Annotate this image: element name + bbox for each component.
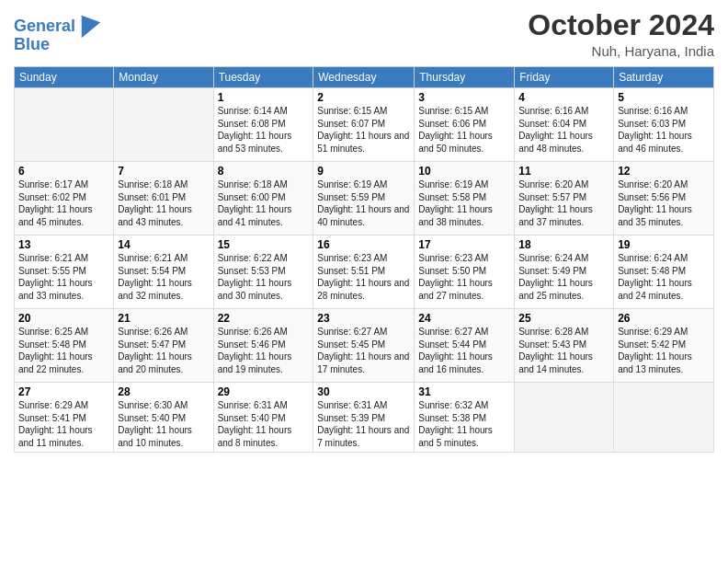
day-info: Sunrise: 6:20 AM Sunset: 5:57 PM Dayligh… [518,178,609,228]
day-info: Sunrise: 6:15 AM Sunset: 6:06 PM Dayligh… [418,105,510,155]
day-info: Sunrise: 6:15 AM Sunset: 6:07 PM Dayligh… [317,105,410,155]
table-row: 31Sunrise: 6:32 AM Sunset: 5:38 PM Dayli… [415,383,515,453]
day-number: 10 [418,165,510,178]
day-number: 16 [317,238,410,251]
table-row: 28Sunrise: 6:30 AM Sunset: 5:40 PM Dayli… [114,383,213,453]
table-row: 6Sunrise: 6:17 AM Sunset: 6:02 PM Daylig… [15,162,114,236]
day-info: Sunrise: 6:22 AM Sunset: 5:53 PM Dayligh… [218,252,310,302]
day-info: Sunrise: 6:25 AM Sunset: 5:48 PM Dayligh… [18,326,109,375]
table-row: 10Sunrise: 6:19 AM Sunset: 5:58 PM Dayli… [415,162,515,236]
table-row: 11Sunrise: 6:20 AM Sunset: 5:57 PM Dayli… [515,162,614,236]
day-number: 19 [618,238,710,251]
table-row: 17Sunrise: 6:23 AM Sunset: 5:50 PM Dayli… [415,236,515,309]
day-number: 28 [118,385,209,398]
col-tuesday: Tuesday [213,67,313,88]
calendar-week-row: 6Sunrise: 6:17 AM Sunset: 6:02 PM Daylig… [15,162,714,236]
logo-icon [78,14,104,40]
day-info: Sunrise: 6:29 AM Sunset: 5:42 PM Dayligh… [618,326,710,375]
table-row [15,88,114,162]
day-info: Sunrise: 6:26 AM Sunset: 5:46 PM Dayligh… [218,326,310,375]
day-info: Sunrise: 6:19 AM Sunset: 5:58 PM Dayligh… [418,178,510,228]
day-number: 23 [317,312,410,325]
col-monday: Monday [114,67,213,88]
day-info: Sunrise: 6:21 AM Sunset: 5:54 PM Dayligh… [118,252,209,302]
day-number: 21 [118,312,209,325]
day-info: Sunrise: 6:18 AM Sunset: 6:00 PM Dayligh… [218,178,310,228]
day-number: 8 [218,165,310,178]
table-row: 29Sunrise: 6:31 AM Sunset: 5:40 PM Dayli… [213,383,313,453]
day-number: 9 [317,165,410,178]
day-info: Sunrise: 6:27 AM Sunset: 5:44 PM Dayligh… [418,326,510,375]
table-row: 4Sunrise: 6:16 AM Sunset: 6:04 PM Daylig… [515,88,614,162]
day-info: Sunrise: 6:30 AM Sunset: 5:40 PM Dayligh… [118,399,209,449]
table-row: 3Sunrise: 6:15 AM Sunset: 6:06 PM Daylig… [415,88,515,162]
day-info: Sunrise: 6:31 AM Sunset: 5:39 PM Dayligh… [317,399,410,449]
table-row: 16Sunrise: 6:23 AM Sunset: 5:51 PM Dayli… [313,236,415,309]
day-number: 3 [418,91,510,104]
day-number: 12 [618,165,710,178]
day-info: Sunrise: 6:16 AM Sunset: 6:04 PM Dayligh… [518,105,609,155]
table-row: 23Sunrise: 6:27 AM Sunset: 5:45 PM Dayli… [313,309,415,383]
day-info: Sunrise: 6:16 AM Sunset: 6:03 PM Dayligh… [618,105,710,155]
table-row: 13Sunrise: 6:21 AM Sunset: 5:55 PM Dayli… [15,236,114,309]
table-row: 15Sunrise: 6:22 AM Sunset: 5:53 PM Dayli… [213,236,313,309]
table-row: 18Sunrise: 6:24 AM Sunset: 5:49 PM Dayli… [515,236,614,309]
calendar-week-row: 1Sunrise: 6:14 AM Sunset: 6:08 PM Daylig… [15,88,714,162]
day-info: Sunrise: 6:23 AM Sunset: 5:51 PM Dayligh… [317,252,410,302]
day-number: 27 [18,385,109,398]
day-number: 22 [218,312,310,325]
day-number: 18 [518,238,609,251]
table-row [515,383,614,453]
day-number: 30 [317,385,410,398]
day-info: Sunrise: 6:21 AM Sunset: 5:55 PM Dayligh… [18,252,109,302]
table-row: 25Sunrise: 6:28 AM Sunset: 5:43 PM Dayli… [515,309,614,383]
table-row: 7Sunrise: 6:18 AM Sunset: 6:01 PM Daylig… [114,162,213,236]
table-row: 8Sunrise: 6:18 AM Sunset: 6:00 PM Daylig… [213,162,313,236]
day-number: 14 [118,238,209,251]
table-row: 1Sunrise: 6:14 AM Sunset: 6:08 PM Daylig… [213,88,313,162]
title-block: October 2024 Nuh, Haryana, India [528,9,714,59]
table-row [114,88,213,162]
day-number: 6 [18,165,109,178]
table-row: 26Sunrise: 6:29 AM Sunset: 5:42 PM Dayli… [614,309,714,383]
col-friday: Friday [515,67,614,88]
calendar-header-row: Sunday Monday Tuesday Wednesday Thursday… [15,67,714,88]
calendar-table: Sunday Monday Tuesday Wednesday Thursday… [14,66,714,453]
day-number: 31 [418,385,510,398]
table-row: 22Sunrise: 6:26 AM Sunset: 5:46 PM Dayli… [213,309,313,383]
day-number: 17 [418,238,510,251]
logo: General Blue [14,14,104,54]
day-info: Sunrise: 6:24 AM Sunset: 5:49 PM Dayligh… [518,252,609,302]
table-row: 24Sunrise: 6:27 AM Sunset: 5:44 PM Dayli… [415,309,515,383]
col-thursday: Thursday [415,67,515,88]
calendar-week-row: 13Sunrise: 6:21 AM Sunset: 5:55 PM Dayli… [15,236,714,309]
day-number: 13 [18,238,109,251]
day-info: Sunrise: 6:24 AM Sunset: 5:48 PM Dayligh… [618,252,710,302]
day-number: 24 [418,312,510,325]
day-number: 25 [518,312,609,325]
day-number: 1 [218,91,310,104]
day-number: 29 [218,385,310,398]
table-row: 21Sunrise: 6:26 AM Sunset: 5:47 PM Dayli… [114,309,213,383]
day-info: Sunrise: 6:18 AM Sunset: 6:01 PM Dayligh… [118,178,209,228]
col-sunday: Sunday [15,67,114,88]
table-row: 12Sunrise: 6:20 AM Sunset: 5:56 PM Dayli… [614,162,714,236]
month-title: October 2024 [528,9,714,41]
day-info: Sunrise: 6:17 AM Sunset: 6:02 PM Dayligh… [18,178,109,228]
page-container: General Blue October 2024 Nuh, Haryana, … [0,0,728,457]
col-saturday: Saturday [614,67,714,88]
day-number: 15 [218,238,310,251]
table-row: 27Sunrise: 6:29 AM Sunset: 5:41 PM Dayli… [15,383,114,453]
table-row [614,383,714,453]
day-number: 20 [18,312,109,325]
day-number: 7 [118,165,209,178]
day-info: Sunrise: 6:23 AM Sunset: 5:50 PM Dayligh… [418,252,510,302]
table-row: 9Sunrise: 6:19 AM Sunset: 5:59 PM Daylig… [313,162,415,236]
table-row: 14Sunrise: 6:21 AM Sunset: 5:54 PM Dayli… [114,236,213,309]
day-number: 5 [618,91,710,104]
day-info: Sunrise: 6:19 AM Sunset: 5:59 PM Dayligh… [317,178,410,228]
table-row: 5Sunrise: 6:16 AM Sunset: 6:03 PM Daylig… [614,88,714,162]
day-info: Sunrise: 6:26 AM Sunset: 5:47 PM Dayligh… [118,326,209,375]
day-info: Sunrise: 6:27 AM Sunset: 5:45 PM Dayligh… [317,326,410,375]
day-info: Sunrise: 6:28 AM Sunset: 5:43 PM Dayligh… [518,326,609,375]
